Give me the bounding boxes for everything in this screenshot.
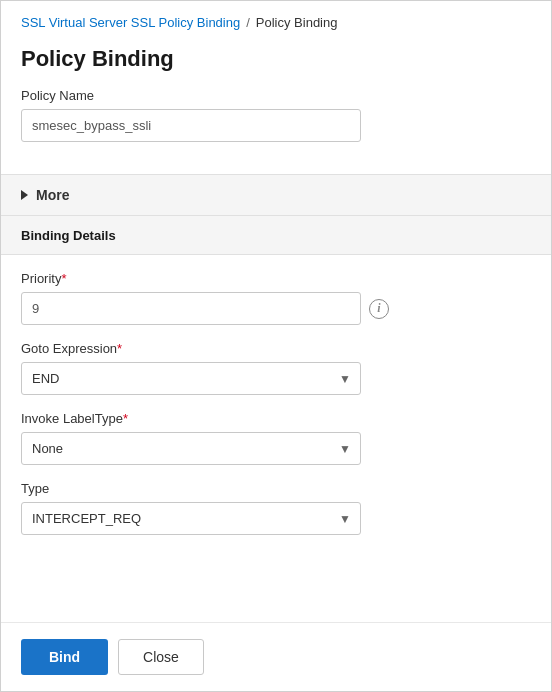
- invoke-labeltype-select[interactable]: None reqvserver resvserver policylabel: [21, 432, 361, 465]
- breadcrumb-link[interactable]: SSL Virtual Server SSL Policy Binding: [21, 15, 240, 30]
- type-select[interactable]: INTERCEPT_REQ INTERCEPT_RES BYPASS RESET…: [21, 502, 361, 535]
- breadcrumb-current: Policy Binding: [256, 15, 338, 30]
- footer-buttons: Bind Close: [1, 622, 551, 691]
- policy-name-group: Policy Name: [21, 88, 531, 142]
- priority-input-row: i: [21, 292, 531, 325]
- invoke-labeltype-label: Invoke LabelType: [21, 411, 531, 426]
- type-wrapper: INTERCEPT_REQ INTERCEPT_RES BYPASS RESET…: [21, 502, 361, 535]
- breadcrumb: SSL Virtual Server SSL Policy Binding / …: [1, 1, 551, 40]
- binding-details-header: Binding Details: [1, 216, 551, 255]
- priority-group: Priority i: [21, 271, 531, 325]
- policy-name-section: Policy Name: [1, 88, 551, 174]
- goto-expression-label: Goto Expression: [21, 341, 531, 356]
- policy-name-label: Policy Name: [21, 88, 531, 103]
- bind-button[interactable]: Bind: [21, 639, 108, 675]
- invoke-labeltype-wrapper: None reqvserver resvserver policylabel ▼: [21, 432, 361, 465]
- invoke-labeltype-group: Invoke LabelType None reqvserver resvser…: [21, 411, 531, 465]
- collapse-triangle-icon: [21, 190, 28, 200]
- more-section[interactable]: More: [1, 174, 551, 216]
- type-group: Type INTERCEPT_REQ INTERCEPT_RES BYPASS …: [21, 481, 531, 535]
- goto-expression-wrapper: END NEXT USE_INVOCATION_RESULT ▼: [21, 362, 361, 395]
- priority-label: Priority: [21, 271, 531, 286]
- close-button[interactable]: Close: [118, 639, 204, 675]
- goto-expression-group: Goto Expression END NEXT USE_INVOCATION_…: [21, 341, 531, 395]
- goto-expression-select[interactable]: END NEXT USE_INVOCATION_RESULT: [21, 362, 361, 395]
- page-title: Policy Binding: [1, 40, 551, 88]
- policy-binding-panel: SSL Virtual Server SSL Policy Binding / …: [0, 0, 552, 692]
- binding-details-content: Priority i Goto Expression END NEXT USE_…: [1, 255, 551, 567]
- more-label: More: [36, 187, 69, 203]
- info-icon[interactable]: i: [369, 299, 389, 319]
- binding-details-title: Binding Details: [21, 228, 116, 243]
- form-container: Policy Name More Binding Details Priorit…: [1, 88, 551, 622]
- priority-input[interactable]: [21, 292, 361, 325]
- type-label: Type: [21, 481, 531, 496]
- breadcrumb-separator: /: [246, 15, 250, 30]
- policy-name-input[interactable]: [21, 109, 361, 142]
